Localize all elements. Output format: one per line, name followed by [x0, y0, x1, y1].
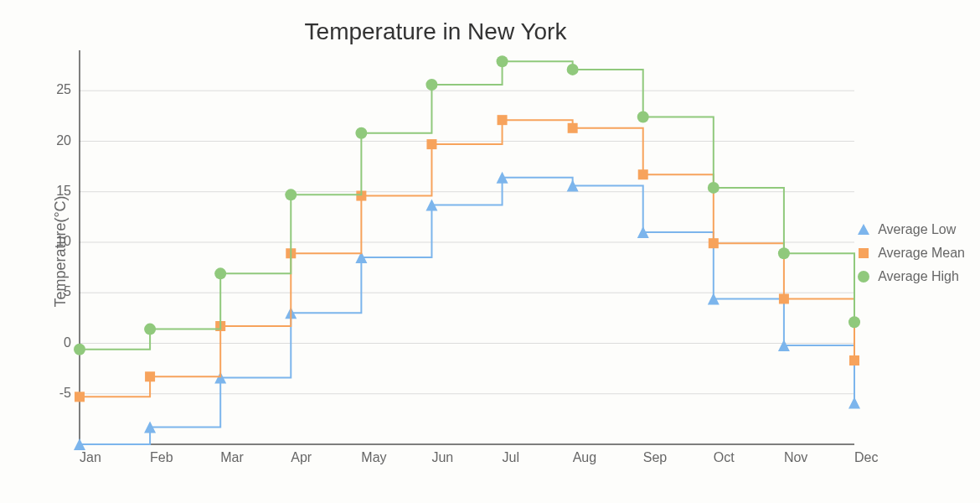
- x-tick: Jun: [431, 450, 453, 464]
- x-tick: Mar: [220, 450, 244, 464]
- x-tick: Dec: [854, 450, 878, 464]
- y-tick: 10: [56, 234, 71, 248]
- svg-point-33: [74, 344, 85, 355]
- y-tick: 15: [56, 184, 71, 198]
- svg-point-47: [858, 271, 869, 283]
- circle-icon: [856, 269, 871, 284]
- svg-point-42: [708, 182, 720, 194]
- svg-rect-29: [638, 169, 648, 179]
- x-tick: Oct: [714, 450, 735, 464]
- svg-point-40: [567, 64, 579, 75]
- svg-point-34: [144, 324, 156, 335]
- y-tick: 20: [56, 133, 71, 148]
- square-icon: [856, 246, 871, 261]
- x-tick: Apr: [291, 450, 312, 464]
- svg-point-35: [214, 267, 226, 279]
- svg-rect-21: [75, 392, 85, 402]
- svg-marker-45: [858, 224, 869, 235]
- legend-item-high: Average High: [856, 265, 965, 288]
- chart-root: Temperature in New York Temperature(°C) …: [0, 0, 980, 503]
- legend-item-mean: Average Mean: [856, 241, 965, 265]
- legend-label: Average Low: [878, 222, 956, 237]
- data-series: [74, 55, 860, 450]
- axes: [80, 50, 854, 444]
- x-tick: Jan: [80, 450, 101, 464]
- svg-marker-20: [848, 397, 860, 409]
- svg-point-44: [848, 316, 860, 328]
- legend-label: Average Mean: [878, 246, 965, 261]
- x-tick: May: [361, 450, 386, 464]
- y-tick: 25: [56, 82, 71, 96]
- svg-point-41: [637, 111, 649, 123]
- svg-rect-31: [779, 293, 789, 303]
- y-tick: -5: [59, 386, 71, 400]
- x-tick: Sep: [643, 450, 668, 464]
- svg-rect-28: [568, 123, 578, 133]
- svg-point-38: [426, 79, 437, 91]
- svg-point-39: [497, 55, 508, 67]
- gridlines: [80, 91, 854, 394]
- svg-rect-22: [145, 371, 155, 381]
- svg-point-37: [355, 127, 367, 139]
- svg-rect-27: [498, 115, 508, 125]
- x-tick: Jul: [503, 450, 519, 464]
- legend: Average Low Average Mean Average High: [856, 218, 965, 288]
- y-tick-labels: -50510152025: [56, 82, 71, 400]
- svg-point-36: [285, 189, 297, 200]
- legend-label: Average High: [878, 269, 959, 284]
- svg-rect-46: [859, 248, 869, 258]
- x-tick: Aug: [573, 450, 596, 464]
- svg-rect-32: [849, 355, 859, 366]
- x-tick: Feb: [150, 450, 173, 464]
- x-tick: Nov: [784, 450, 807, 464]
- svg-point-43: [778, 247, 790, 259]
- plot-area: JanFebMarAprMayJunJulAugSepOctNovDec -50…: [0, 0, 980, 503]
- svg-rect-30: [709, 238, 719, 248]
- triangle-icon: [856, 222, 871, 237]
- legend-item-low: Average Low: [856, 218, 965, 241]
- x-tick-labels: JanFebMarAprMayJunJulAugSepOctNovDec: [80, 450, 878, 464]
- y-tick: 0: [64, 335, 71, 350]
- svg-rect-26: [426, 139, 436, 149]
- y-tick: 5: [64, 284, 71, 298]
